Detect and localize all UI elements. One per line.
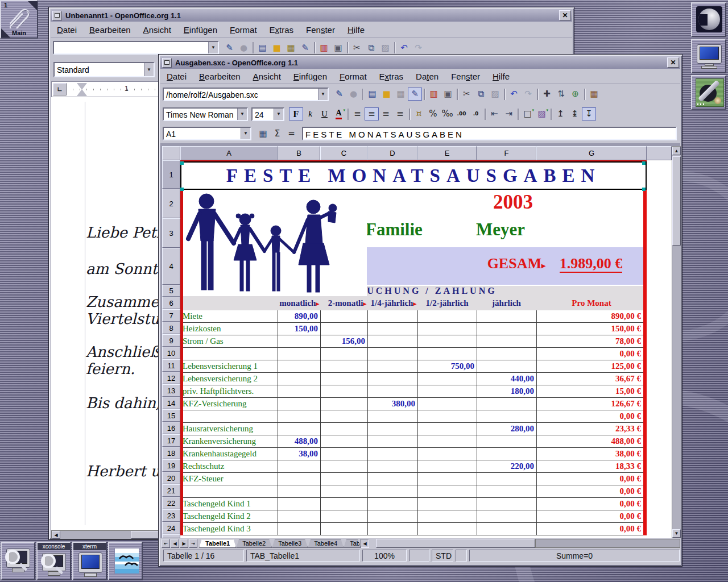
row-header-19[interactable]: 19 <box>162 459 180 472</box>
row-header-22[interactable]: 22 <box>162 497 180 509</box>
cell-label[interactable]: Taschengeld Kind 2 <box>180 510 278 522</box>
sheet-row-16[interactable]: Hausratversicherung280,0023,33 € <box>180 423 647 435</box>
sort-icon[interactable]: ⇅ <box>554 88 568 101</box>
cell-c17[interactable] <box>320 435 367 447</box>
cell-d16[interactable] <box>367 423 417 435</box>
open-document-icon[interactable]: ■ <box>270 41 284 55</box>
cell-e15[interactable] <box>417 410 477 422</box>
cell-b21[interactable] <box>278 485 320 497</box>
cell-c15[interactable] <box>320 410 367 422</box>
menu-bearbeiten[interactable]: Bearbeiten <box>193 69 247 84</box>
last-sheet-button[interactable]: ⇥ <box>189 539 197 548</box>
cell-e7[interactable] <box>417 310 477 322</box>
cell-g13[interactable]: 15,00 € <box>536 385 647 397</box>
sheet-row-19[interactable]: Rechtschutz220,0018,33 € <box>180 460 647 473</box>
sheet-tab-tab[interactable]: Tab <box>344 539 361 548</box>
cell-label[interactable]: Taschengeld Kind 1 <box>180 498 278 510</box>
menu-einf-gen[interactable]: Einfügen <box>287 69 333 84</box>
column-header-F[interactable]: F <box>477 146 536 160</box>
align-left-button[interactable]: ≡ <box>350 107 365 120</box>
menu-daten[interactable]: Daten <box>410 69 445 84</box>
save-document-icon[interactable]: ▦ <box>394 88 408 101</box>
row-header-24[interactable]: 24 <box>162 522 180 534</box>
cell-d11[interactable] <box>367 360 417 372</box>
status-zoom[interactable]: 100% <box>362 550 407 562</box>
row-header-10[interactable]: 10 <box>162 347 180 359</box>
menu-datei[interactable]: Datei <box>160 69 193 84</box>
cell-e16[interactable] <box>417 423 477 435</box>
menu-ansicht[interactable]: Ansicht <box>247 69 287 84</box>
equals-icon[interactable]: = <box>284 127 299 140</box>
window-menu-button[interactable] <box>52 11 62 20</box>
cell-d23[interactable] <box>367 510 417 522</box>
close-button[interactable]: ✕ <box>559 10 571 20</box>
column-header-A[interactable]: A <box>180 146 278 160</box>
row-header-23[interactable]: 23 <box>162 509 180 522</box>
edit-mode-icon[interactable]: ✎ <box>298 41 312 55</box>
sheet-row-7[interactable]: Miete890,00890,00 € <box>180 310 647 323</box>
cell-e22[interactable] <box>417 498 477 510</box>
cell-e17[interactable] <box>417 435 477 447</box>
cell-f18[interactable] <box>477 448 536 460</box>
cell-c21[interactable] <box>320 485 367 497</box>
cell-f12[interactable]: 440,00 <box>477 373 536 385</box>
cell-c20[interactable] <box>320 473 367 485</box>
column-label-monatlich[interactable]: monatlich▸ <box>278 298 319 308</box>
printer-icon[interactable]: ▣ <box>441 88 455 101</box>
cell-c10[interactable] <box>320 348 367 360</box>
bold-button[interactable]: F <box>289 107 303 120</box>
sheet-row-11[interactable]: Lebensversicherung 1750,00125,00 € <box>180 360 647 373</box>
close-button[interactable]: ✕ <box>667 57 679 68</box>
sheet-row-9[interactable]: Strom / Gas156,0078,00 € <box>180 335 647 348</box>
cell-label[interactable]: priv. Haftpflichtvers. <box>180 385 278 397</box>
cell-d18[interactable] <box>367 448 417 460</box>
url-combobox[interactable]: /home/rolf2/Ausgaben.sxc ▼ <box>163 88 329 101</box>
cell-label[interactable]: Strom / Gas <box>180 335 278 347</box>
cell-c16[interactable] <box>320 423 367 435</box>
cell-c7[interactable] <box>320 310 367 322</box>
function-wizard-icon[interactable]: ▦ <box>256 127 270 140</box>
cell-b20[interactable] <box>278 473 320 485</box>
sheet-row-15[interactable]: 0,00 € <box>180 410 647 423</box>
stop-loading-icon[interactable]: ● <box>237 41 251 55</box>
cell-e21[interactable] <box>417 485 477 497</box>
cell-b12[interactable] <box>278 373 320 385</box>
chevron-down-icon[interactable]: ▼ <box>208 42 218 53</box>
save-document-icon[interactable]: ▦ <box>284 41 298 55</box>
font-size-field[interactable]: 24 <box>253 109 274 120</box>
cell-total-value[interactable]: 1.989,00 € <box>556 255 626 272</box>
row-header-13[interactable]: 13 <box>162 384 180 397</box>
menu-datei[interactable]: Datei <box>51 22 83 38</box>
cell-total-label[interactable]: GESAM▸ <box>448 255 545 272</box>
cell-d19[interactable] <box>367 460 417 472</box>
copy-icon[interactable]: ⧉ <box>364 41 378 55</box>
paste-icon[interactable]: ▨ <box>488 88 502 101</box>
tab-scroll-left-button[interactable]: ◀ <box>361 539 369 548</box>
menu-fenster[interactable]: Fenster <box>300 22 341 38</box>
cell-c8[interactable] <box>320 323 367 335</box>
cell-label[interactable] <box>180 348 278 360</box>
cell-f24[interactable] <box>477 523 536 535</box>
cell-f10[interactable] <box>477 348 536 360</box>
font-name-field[interactable]: Times New Roman <box>164 109 237 120</box>
italic-button[interactable]: k <box>303 107 317 120</box>
font-color-button[interactable]: A▾ <box>332 107 346 120</box>
cell-e12[interactable] <box>417 373 477 385</box>
cell-b14[interactable] <box>278 398 320 410</box>
cell-family-name[interactable]: Meyer <box>476 219 556 240</box>
cell-c12[interactable] <box>320 373 367 385</box>
cell-f11[interactable] <box>477 360 536 372</box>
cell-g8[interactable]: 150,00 € <box>536 323 647 335</box>
cell-d9[interactable] <box>367 335 417 347</box>
cell-label[interactable]: Krankenversicherung <box>180 435 278 447</box>
cell-label[interactable] <box>180 485 278 497</box>
menu-hilfe[interactable]: Hilfe <box>341 22 371 38</box>
sheet-row-13[interactable]: priv. Haftpflichtvers.180,0015,00 € <box>180 385 647 398</box>
undo-icon[interactable]: ↶ <box>507 88 521 101</box>
cell-b8[interactable]: 150,00 <box>278 323 320 335</box>
cell-family-label[interactable]: Familie <box>366 219 445 240</box>
cell-f23[interactable] <box>477 510 536 522</box>
cell-c18[interactable] <box>320 448 367 460</box>
column-header-C[interactable]: C <box>320 146 367 160</box>
cell-g19[interactable]: 18,33 € <box>536 460 647 472</box>
